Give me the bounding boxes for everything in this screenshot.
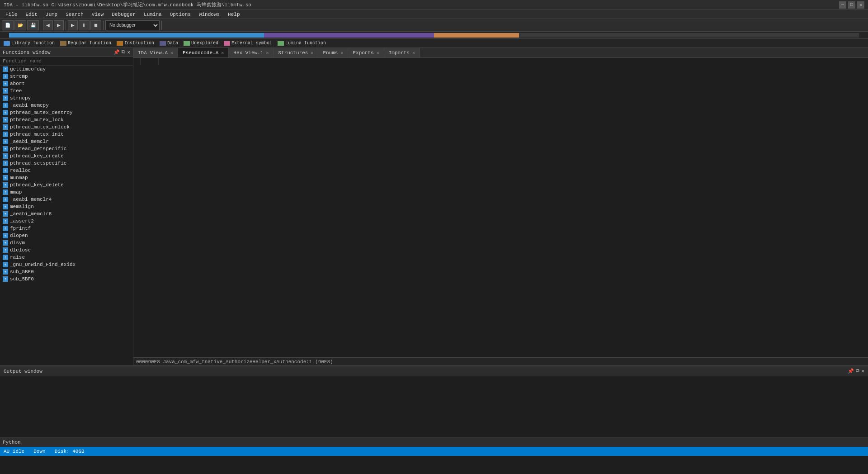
menu-edit[interactable]: Edit	[22, 11, 41, 18]
function-icon: f	[3, 175, 8, 180]
toolbar-run[interactable]: ▶	[68, 20, 78, 30]
menu-file[interactable]: File	[2, 11, 21, 18]
list-item[interactable]: f pthread_mutex_lock	[0, 116, 133, 123]
list-item[interactable]: f pthread_getspecific	[0, 145, 133, 152]
functions-pin-icon[interactable]: 📌	[113, 49, 120, 55]
list-item[interactable]: f pthread_key_create	[0, 152, 133, 160]
status-disk: Disk: 40GB	[55, 449, 85, 454]
list-item[interactable]: f dlsym	[0, 239, 133, 246]
tab-hex-view-close[interactable]: ✕	[266, 50, 269, 56]
list-item[interactable]: f memalign	[0, 203, 133, 210]
menu-windows[interactable]: Windows	[195, 11, 223, 18]
function-name: pthread_setspecific	[10, 161, 66, 166]
list-item[interactable]: f _aeabi_memclr4	[0, 196, 133, 203]
toolbar-sep4	[161, 21, 162, 30]
output-close-icon[interactable]: ✕	[861, 368, 864, 374]
list-item[interactable]: f abort	[0, 80, 133, 87]
list-item[interactable]: f pthread_mutex_init	[0, 131, 133, 138]
function-name: memalign	[10, 204, 34, 209]
functions-list[interactable]: f gettimeofday f strcmp f abort f free f…	[0, 66, 133, 365]
list-item[interactable]: f dlclose	[0, 246, 133, 254]
debugger-dropdown[interactable]: No debugger	[105, 20, 160, 30]
menu-help[interactable]: Help	[224, 11, 243, 18]
close-button[interactable]: ✕	[857, 1, 864, 9]
list-item[interactable]: f pthread_key_delete	[0, 181, 133, 189]
tab-pseudocode-close[interactable]: ✕	[221, 50, 224, 56]
tab-structures[interactable]: Structures ✕	[274, 48, 318, 58]
menu-options[interactable]: Options	[166, 11, 194, 18]
list-item[interactable]: f fprintf	[0, 225, 133, 232]
list-item[interactable]: f dlopen	[0, 232, 133, 239]
list-item[interactable]: f _aeabi_memclr8	[0, 210, 133, 218]
tab-pseudocode[interactable]: Pseudocode-A ✕	[178, 48, 229, 58]
output-float-icon[interactable]: ⧉	[856, 368, 859, 374]
function-icon: f	[3, 211, 8, 217]
function-name: _gnu_Unwind_Find_exidx	[10, 262, 75, 267]
titlebar-buttons: — □ ✕	[839, 1, 864, 9]
code-content	[133, 58, 868, 65]
toolbar-pause[interactable]: ⏸	[79, 20, 90, 30]
breakpoint-column	[133, 58, 141, 65]
functions-titlebar: Functions window 📌 ⧉ ✕	[0, 48, 133, 57]
menu-debugger[interactable]: Debugger	[108, 11, 139, 18]
functions-close-icon[interactable]: ✕	[127, 49, 130, 55]
tab-exports-close[interactable]: ✕	[377, 50, 379, 56]
function-icon: f	[3, 88, 8, 94]
legend-instruction-color	[117, 41, 123, 46]
titlebar: IDA - libmfw.so C:\Users\zhoumi\Desktop\…	[0, 0, 868, 10]
list-item[interactable]: f sub_5BE0	[0, 268, 133, 275]
navscroll[interactable]	[0, 32, 868, 39]
functions-float-icon[interactable]: ⧉	[122, 49, 125, 55]
menu-lumina[interactable]: Lumina	[140, 11, 165, 18]
code-view[interactable]	[133, 58, 868, 357]
list-item[interactable]: f _gnu_Unwind_Find_exidx	[0, 261, 133, 268]
minimize-button[interactable]: —	[839, 1, 846, 9]
tab-structures-close[interactable]: ✕	[311, 50, 313, 56]
list-item[interactable]: f mmap	[0, 189, 133, 196]
function-name: raise	[10, 255, 25, 260]
function-name: _aeabi_memclr8	[10, 211, 52, 217]
list-item[interactable]: f raise	[0, 254, 133, 261]
maximize-button[interactable]: □	[848, 1, 855, 9]
list-item[interactable]: f strcmp	[0, 73, 133, 80]
toolbar-save[interactable]: 💾	[27, 20, 39, 30]
list-item[interactable]: f _aeabi_memcpy	[0, 102, 133, 109]
list-item[interactable]: f free	[0, 87, 133, 95]
output-pin-icon[interactable]: 📌	[848, 368, 854, 374]
tab-ida-view-close[interactable]: ✕	[170, 50, 173, 56]
navscroll-bar[interactable]	[9, 33, 859, 38]
tab-enums[interactable]: Enums ✕	[318, 48, 348, 58]
legend-unexplored: Unexplored	[184, 41, 218, 46]
legend-lumina-color	[278, 41, 284, 46]
toolbar-stop[interactable]: ⏹	[90, 20, 101, 30]
tab-imports-close[interactable]: ✕	[412, 50, 415, 56]
code-editor[interactable]	[159, 58, 868, 65]
function-name: strncpy	[10, 95, 31, 101]
toolbar-forward[interactable]: ▶	[54, 20, 64, 30]
tab-exports[interactable]: Exports ✕	[348, 48, 384, 58]
toolbar-open[interactable]: 📂	[14, 20, 26, 30]
list-item[interactable]: f pthread_mutex_unlock	[0, 123, 133, 131]
tab-enums-close[interactable]: ✕	[340, 50, 343, 56]
menu-jump[interactable]: Jump	[42, 11, 61, 18]
toolbar-back[interactable]: ◀	[43, 20, 53, 30]
list-item[interactable]: f gettimeofday	[0, 66, 133, 73]
tab-imports[interactable]: Imports ✕	[384, 48, 420, 58]
list-item[interactable]: f munmap	[0, 174, 133, 181]
functions-panel-title: Functions window	[3, 50, 51, 55]
menu-search[interactable]: Search	[62, 11, 87, 18]
menu-view[interactable]: View	[88, 11, 107, 18]
function-name-header: Function name	[3, 58, 42, 64]
output-titlebar: Output window 📌 ⧉ ✕	[0, 366, 868, 376]
tab-ida-view[interactable]: IDA View-A ✕	[133, 48, 178, 58]
list-item[interactable]: f strncpy	[0, 95, 133, 102]
list-item[interactable]: f pthread_setspecific	[0, 160, 133, 167]
list-item[interactable]: f _assert2	[0, 218, 133, 225]
list-item[interactable]: f _aeabi_memclr	[0, 138, 133, 145]
list-item[interactable]: f sub_5BF0	[0, 275, 133, 283]
python-prompt[interactable]: Python	[0, 437, 868, 447]
toolbar-new[interactable]: 📄	[2, 20, 14, 30]
list-item[interactable]: f pthread_mutex_destroy	[0, 109, 133, 116]
tab-hex-view[interactable]: Hex View-1 ✕	[229, 48, 274, 58]
list-item[interactable]: f realloc	[0, 167, 133, 174]
